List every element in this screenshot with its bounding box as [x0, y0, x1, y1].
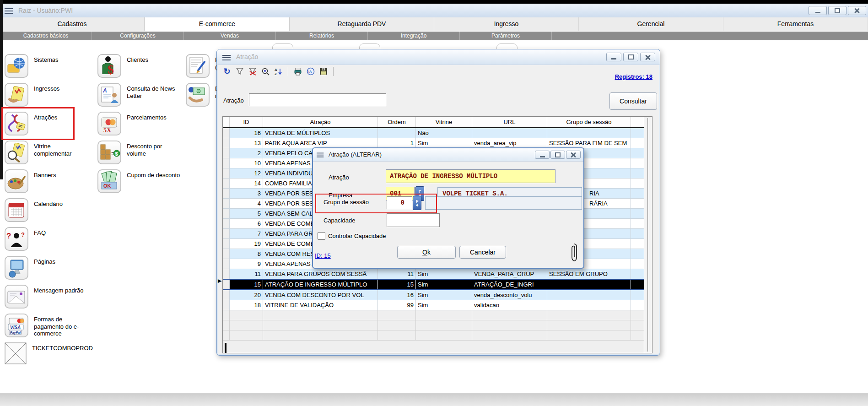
cell-atracao[interactable]: PARK AQUA AREA VIP [263, 138, 378, 148]
dialog-menu-icon[interactable] [317, 152, 324, 158]
column-header-ordem[interactable]: Ordem [378, 117, 416, 128]
cell-grupo[interactable] [547, 290, 631, 300]
atracao-value-input[interactable] [386, 169, 555, 183]
cell-url[interactable]: venda_desconto_volu [472, 290, 547, 300]
panel-item-sistemas[interactable]: Sistemas [5, 54, 92, 83]
panel-item-desconto-por-volume[interactable]: =$Desconto por volume [97, 141, 184, 169]
save-icon[interactable] [319, 67, 328, 76]
cell-ordem[interactable]: 11 [378, 269, 416, 280]
cell-ordem[interactable]: 1 [378, 138, 416, 148]
panel-item-clientes[interactable]: $Clientes [97, 54, 184, 83]
cell-id[interactable]: 11 [230, 269, 263, 280]
cell-vitrine[interactable]: Sim [416, 279, 472, 290]
capacidade-input[interactable] [387, 213, 440, 227]
cell-atracao[interactable]: ATRAÇÃO DE INGRESSO MÚLTIPLO [263, 279, 378, 290]
print-icon[interactable] [293, 67, 302, 76]
cell-ordem[interactable]: 15 [378, 279, 416, 290]
panel-item-calend-rio[interactable]: Calendário [5, 198, 92, 227]
close-button[interactable] [566, 151, 581, 159]
panel-item-banners[interactable]: Banners [5, 169, 92, 198]
cell-grupo[interactable]: SESSÃO EM GRUPO [547, 269, 631, 280]
cell-id[interactable]: 5 [230, 209, 263, 219]
cell-vitrine[interactable]: Sim [416, 290, 472, 300]
cell-grupo[interactable] [547, 279, 631, 290]
cell-atracao[interactable]: VENDA DE MÚLTIPLOS [263, 128, 378, 138]
minimize-button[interactable] [809, 6, 827, 15]
column-header-grupo-de-sess-o[interactable]: Grupo de sessão [547, 117, 631, 128]
close-button[interactable] [640, 53, 655, 61]
cell-id[interactable]: 2 [230, 148, 263, 158]
minimize-button[interactable] [535, 151, 550, 159]
cell-ordem[interactable]: 99 [378, 300, 416, 310]
find-icon[interactable]: n [261, 67, 270, 76]
id-link[interactable]: ID: 15 [315, 252, 331, 259]
cancelar-button[interactable]: Cancelar [459, 246, 506, 259]
cell-vitrine[interactable]: Sim [416, 300, 472, 310]
consultar-button[interactable]: Consultar [609, 92, 657, 110]
cell-id[interactable]: 16 [230, 128, 263, 138]
tab-gerencial[interactable]: Gerencial [579, 17, 723, 31]
atracao-filter-input[interactable] [249, 93, 386, 106]
cell-id[interactable]: 4 [230, 199, 263, 209]
restore-button[interactable] [623, 53, 638, 61]
panel-item-formas-de-pagamento-do-e-commerce[interactable]: VISAPayPalFormas de pagamento do e-comme… [5, 314, 92, 342]
paperclip-icon[interactable] [570, 243, 578, 265]
cell-id[interactable]: 12 [230, 168, 263, 179]
cell-url[interactable]: VENDA_PARA_GRUP [472, 269, 547, 280]
panel-item-mensagem-padr-o[interactable]: Mensagem padrão [5, 285, 92, 314]
clear-filter-icon[interactable] [248, 67, 257, 76]
cell-id[interactable]: 6 [230, 219, 263, 229]
cell-id[interactable]: 19 [230, 239, 263, 249]
cell-atracao[interactable]: VENDA PARA GRUPOS COM SESSÃ [263, 269, 378, 280]
cell-id[interactable]: 13 [230, 138, 263, 148]
tab-cadastros[interactable]: Cadastros [0, 17, 145, 31]
registros-link[interactable]: Registros: 18 [615, 73, 652, 80]
cell-id[interactable]: 15 [230, 279, 263, 290]
cell-url[interactable] [472, 128, 547, 138]
cell-grupo[interactable] [547, 128, 631, 138]
panel-item-parcelamentos[interactable]: 5XParcelamentos [97, 112, 184, 141]
table-row-id-18[interactable]: 18VITRINE DE VALIDAÇÃO99Simvalidacao [223, 300, 647, 310]
window-menu-icon[interactable] [222, 54, 232, 62]
cell-vitrine[interactable]: Não [416, 128, 472, 138]
panel-item-consulta-de-news-letter[interactable]: AConsulta de News Letter [97, 83, 184, 112]
column-header-vitrine[interactable]: Vitrine [416, 117, 472, 128]
panel-item-cupom-de-desconto[interactable]: OKCupom de desconto [97, 169, 184, 198]
controlar-capacidade-checkbox[interactable] [318, 232, 325, 240]
cell-vitrine[interactable]: Sim [416, 269, 472, 280]
filter-icon[interactable] [235, 67, 244, 76]
table-row-id-15[interactable]: 15ATRAÇÃO DE INGRESSO MÚLTIPLO15SimATRAÇ… [223, 279, 647, 290]
refresh-icon[interactable]: ↻ [222, 67, 232, 76]
cell-id[interactable]: 18 [230, 300, 263, 310]
cell-url[interactable]: venda_area_vip [472, 138, 547, 148]
sort-az-icon[interactable]: AZ [274, 67, 283, 76]
cell-grupo[interactable]: SESSÃO PARA FIM DE SEM [547, 138, 631, 148]
submenu-item-vendas[interactable]: Vendas [184, 32, 276, 40]
cell-atracao[interactable]: VENDA COM DESCONTO POR VOL [263, 290, 378, 300]
tab-e-commerce[interactable]: E-commerce [145, 17, 290, 31]
submenu-item-par-metros[interactable]: Parâmetros [460, 32, 552, 40]
cell-id[interactable]: 14 [230, 179, 263, 189]
cell-id[interactable]: 8 [230, 249, 263, 259]
table-row-id-20[interactable]: 20VENDA COM DESCONTO POR VOL16Simvenda_d… [223, 290, 647, 300]
minimize-button[interactable] [606, 53, 621, 61]
submenu-item-cadastros-b-sicos[interactable]: Cadastros básicos [0, 32, 92, 40]
table-row-id-13[interactable]: 13PARK AQUA AREA VIP1Simvenda_area_vipSE… [223, 138, 647, 148]
cell-ordem[interactable] [378, 128, 416, 138]
restore-button[interactable] [550, 151, 565, 159]
cell-grupo[interactable] [547, 300, 631, 310]
main-menu-icon[interactable] [5, 7, 14, 15]
ok-button[interactable]: Ok [397, 246, 456, 259]
cell-id[interactable]: 20 [230, 290, 263, 300]
cell-url[interactable]: ATRAÇÃO_DE_INGRI [472, 279, 547, 290]
cell-ordem[interactable]: 16 [378, 290, 416, 300]
grupo-f4-lookup-button[interactable]: F 4 [413, 196, 421, 210]
cell-url[interactable]: validacao [472, 300, 547, 310]
close-button[interactable] [848, 6, 866, 15]
cell-id[interactable]: 9 [230, 259, 263, 269]
cell-id[interactable]: 10 [230, 158, 263, 168]
cell-id[interactable]: 7 [230, 229, 263, 239]
column-header-atra-o[interactable]: Atração [263, 117, 378, 128]
panel-item-ticketcomboprod[interactable]: TICKETCOMBOPROD [5, 342, 92, 371]
panel-item-faq[interactable]: ??FAQ [5, 227, 92, 256]
